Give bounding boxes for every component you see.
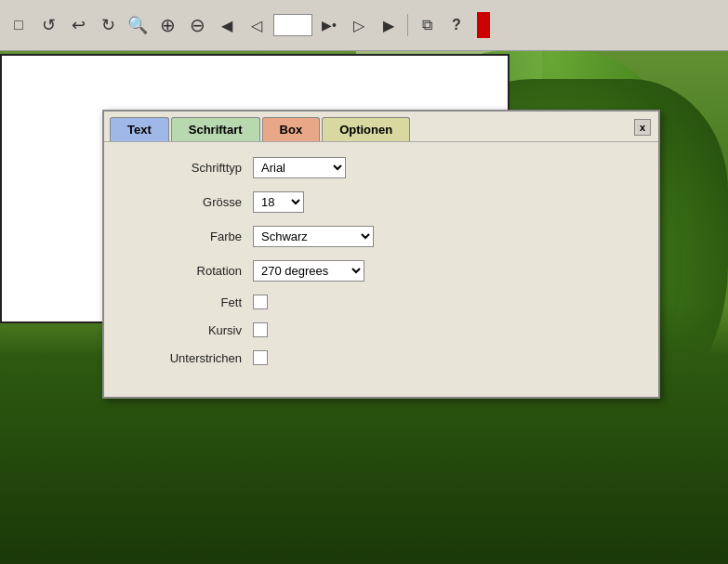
zoom-out-icon[interactable]: ⊖ xyxy=(184,12,210,38)
kursiv-checkbox[interactable] xyxy=(253,322,268,337)
unterstrichen-label: Unterstrichen xyxy=(123,351,253,365)
arrow-slim-right-icon[interactable]: ▷ xyxy=(346,12,372,38)
groesse-select[interactable]: 8 10 12 14 16 18 20 24 28 32 xyxy=(253,191,304,213)
arrow-left-icon[interactable]: ◀ xyxy=(214,12,240,38)
toolbar: □ ↺ ↩ ↻ 🔍 ⊕ ⊖ ◀ ◁ ▶• ▷ ▶ ⧉ ? xyxy=(0,0,728,51)
color-indicator xyxy=(477,12,490,38)
kursiv-row: Kursiv xyxy=(123,322,640,337)
rotation-row: Rotation 0 degrees 90 degrees 180 degree… xyxy=(123,260,640,282)
tab-schriftart[interactable]: Schriftart xyxy=(171,117,260,141)
fett-label: Fett xyxy=(123,295,253,309)
farbe-select[interactable]: Schwarz Weiß Rot Grün Blau Gelb xyxy=(253,226,374,247)
tab-optionen-label: Optionen xyxy=(339,123,392,137)
tab-box-label: Box xyxy=(280,123,303,137)
zoom-fit-icon[interactable]: 🔍 xyxy=(125,12,151,38)
fett-control xyxy=(253,295,268,309)
tab-bar: Text Schriftart Box Optionen x xyxy=(104,111,658,141)
dialog-content: Schrifttyp Arial Times New Roman Courier… xyxy=(104,141,658,397)
fett-checkbox[interactable] xyxy=(253,295,268,309)
arrow-right-icon[interactable]: ▶ xyxy=(376,12,402,38)
close-icon: x xyxy=(640,122,645,133)
groesse-control: 8 10 12 14 16 18 20 24 28 32 xyxy=(253,191,304,213)
tab-schriftart-label: Schriftart xyxy=(189,123,243,137)
tab-text-label: Text xyxy=(127,123,152,137)
groesse-row: Grösse 8 10 12 14 16 18 20 24 28 32 xyxy=(123,191,640,213)
redo-right-icon[interactable]: ↻ xyxy=(95,12,121,38)
new-doc-icon[interactable]: □ xyxy=(6,12,32,38)
unterstrichen-control xyxy=(253,350,268,365)
tab-optionen[interactable]: Optionen xyxy=(322,117,410,141)
zoom-in-icon[interactable]: ⊕ xyxy=(154,12,180,38)
farbe-control: Schwarz Weiß Rot Grün Blau Gelb xyxy=(253,226,374,247)
separator xyxy=(407,14,408,36)
rotation-label: Rotation xyxy=(123,264,253,278)
copy-icon[interactable]: ⧉ xyxy=(414,12,440,38)
rotation-control: 0 degrees 90 degrees 180 degrees 270 deg… xyxy=(253,260,364,282)
arrow-slim-left-icon[interactable]: ◁ xyxy=(244,12,270,38)
kursiv-control xyxy=(253,322,268,337)
undo-icon[interactable]: ↺ xyxy=(35,12,61,38)
groesse-label: Grösse xyxy=(123,195,253,209)
text-properties-dialog: Text Schriftart Box Optionen x Schriftty… xyxy=(102,110,660,399)
dot-right-icon[interactable]: ▶• xyxy=(316,12,342,38)
fett-row: Fett xyxy=(123,295,640,309)
help-icon[interactable]: ? xyxy=(443,12,470,38)
schrifttyp-select[interactable]: Arial Times New Roman Courier Helvetica xyxy=(253,157,346,178)
schrifttyp-row: Schrifttyp Arial Times New Roman Courier… xyxy=(123,157,640,178)
redo-left-icon[interactable]: ↩ xyxy=(65,12,91,38)
tab-text[interactable]: Text xyxy=(110,117,169,141)
unterstrichen-checkbox[interactable] xyxy=(253,350,268,365)
unterstrichen-row: Unterstrichen xyxy=(123,350,640,365)
rotation-select[interactable]: 0 degrees 90 degrees 180 degrees 270 deg… xyxy=(253,260,364,282)
close-button[interactable]: x xyxy=(634,119,651,136)
schrifttyp-label: Schrifttyp xyxy=(123,161,253,175)
farbe-row: Farbe Schwarz Weiß Rot Grün Blau Gelb xyxy=(123,226,640,247)
tab-box[interactable]: Box xyxy=(262,117,321,141)
schrifttyp-control: Arial Times New Roman Courier Helvetica xyxy=(253,157,346,178)
farbe-label: Farbe xyxy=(123,230,253,243)
kursiv-label: Kursiv xyxy=(123,323,253,337)
page-indicator xyxy=(273,14,312,36)
